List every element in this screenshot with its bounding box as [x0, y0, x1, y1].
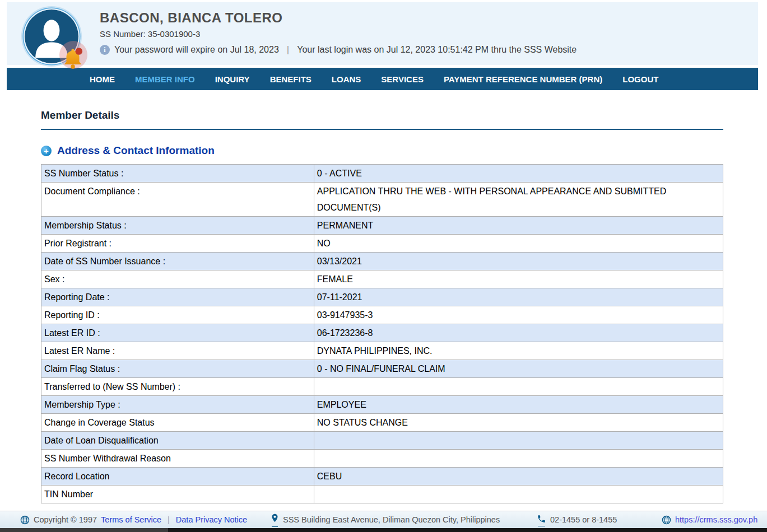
info-icon: i [100, 45, 110, 55]
phone-text: 02-1455 or 8-1455 [550, 515, 617, 524]
avatar [22, 7, 81, 66]
row-label: Latest ER ID : [41, 324, 314, 342]
last-login-notice: Your last login was on Jul 12, 2023 10:5… [297, 45, 577, 55]
password-expiry-notice: Your password will expire on Jul 18, 202… [114, 45, 279, 55]
row-label: Date of SS Number Issuance : [41, 253, 314, 270]
member-identity: BASCON, BIANCA TOLERO SS Number: 35-0301… [100, 7, 577, 55]
table-row: SS Number Withdrawal Reason [41, 450, 723, 468]
main-content: Member Details + Address & Contact Infor… [7, 90, 758, 510]
table-row: Change in Coverage StatusNO STATUS CHANG… [41, 414, 723, 432]
row-label: Document Compliance : [41, 183, 314, 217]
table-row: Reporting Date :07-11-2021 [41, 288, 723, 306]
row-label: Membership Status : [41, 217, 314, 235]
session-notices: i Your password will expire on Jul 18, 2… [100, 44, 577, 55]
row-value: NO [314, 235, 723, 253]
row-value: APPLICATION THRU THE WEB - WITH PERSONAL… [314, 183, 723, 217]
member-header: BASCON, BIANCA TOLERO SS Number: 35-0301… [7, 2, 758, 65]
row-label: Claim Flag Status : [41, 360, 314, 378]
row-value [314, 432, 723, 450]
nav-item-loans[interactable]: LOANS [332, 74, 361, 84]
member-ss-number: SS Number: 35-0301900-3 [100, 29, 577, 39]
row-value: 0 - ACTIVE [314, 165, 723, 183]
row-label: Sex : [41, 270, 314, 288]
globe-icon [20, 515, 30, 525]
nav-item-member-info[interactable]: MEMBER INFO [135, 74, 195, 84]
horizontal-scrollbar [0, 528, 767, 532]
table-row: Record LocationCEBU [41, 468, 723, 486]
row-value: 07-11-2021 [314, 288, 723, 306]
page-title: Member Details [41, 109, 723, 122]
footer-address: SSS Building East Avenue, Diliman Quezon… [271, 511, 500, 528]
row-value: CEBU [314, 468, 723, 486]
notice-separator: | [283, 44, 292, 55]
row-label: Membership Type : [41, 396, 314, 414]
horizontal-scrollbar-thumb[interactable] [0, 528, 168, 532]
table-row: Transferred to (New SS Number) : [41, 378, 723, 396]
row-label: Prior Registrant : [41, 235, 314, 253]
terms-of-service-link[interactable]: Terms of Service [101, 515, 161, 524]
row-value [314, 378, 723, 396]
row-label: SS Number Withdrawal Reason [41, 450, 314, 468]
table-row: Reporting ID :03-9147935-3 [41, 306, 723, 324]
table-row: Membership Type :EMPLOYEE [41, 396, 723, 414]
notification-bell-icon[interactable] [60, 45, 86, 71]
footer-legal: Copyright © 1997 Terms of Service | Data… [20, 511, 247, 528]
member-details-table: SS Number Status :0 - ACTIVEDocument Com… [41, 164, 723, 503]
table-row: Date of SS Number Issuance :03/13/2021 [41, 253, 723, 270]
nav-item-benefits[interactable]: BENEFITS [270, 74, 312, 84]
site-url-link[interactable]: https://crms.sss.gov.ph [675, 515, 757, 524]
data-privacy-link[interactable]: Data Privacy Notice [176, 515, 247, 524]
nav-item-home[interactable]: HOME [90, 74, 115, 84]
row-value: 03/13/2021 [314, 253, 723, 270]
row-value: NO STATUS CHANGE [314, 414, 723, 432]
page-container: BASCON, BIANCA TOLERO SS Number: 35-0301… [7, 2, 758, 510]
row-label: Transferred to (New SS Number) : [41, 378, 314, 396]
address-text: SSS Building East Avenue, Diliman Quezon… [283, 515, 500, 524]
row-value: FEMALE [314, 270, 723, 288]
table-row: TIN Number [41, 486, 723, 503]
row-value [314, 486, 723, 503]
nav-item-payment-reference-number-prn[interactable]: PAYMENT REFERENCE NUMBER (PRN) [444, 74, 602, 84]
copyright-text: Copyright © 1997 [34, 515, 97, 524]
table-row: Latest ER ID :06-1723236-8 [41, 324, 723, 342]
table-row: Document Compliance :APPLICATION THRU TH… [41, 183, 723, 217]
expand-plus-icon[interactable]: + [41, 146, 52, 156]
row-label: Date of Loan Disqualification [41, 432, 314, 450]
row-label: Latest ER Name : [41, 342, 314, 360]
row-label: Record Location [41, 468, 314, 486]
footer-site: https://crms.sss.gov.ph [662, 511, 757, 528]
location-pin-icon [271, 514, 279, 526]
section-header: + Address & Contact Information [41, 144, 723, 157]
row-label: Change in Coverage Status [41, 414, 314, 432]
row-label: Reporting ID : [41, 306, 314, 324]
footer-separator: | [165, 515, 172, 524]
nav-item-logout[interactable]: LOGOUT [622, 74, 658, 84]
phone-icon [537, 514, 546, 525]
member-name: BASCON, BIANCA TOLERO [100, 10, 577, 26]
footer: Copyright © 1997 Terms of Service | Data… [0, 511, 767, 528]
row-value: EMPLOYEE [314, 396, 723, 414]
table-row: Membership Status :PERMANENT [41, 217, 723, 235]
row-label: TIN Number [41, 486, 314, 503]
section-title[interactable]: Address & Contact Information [57, 144, 215, 157]
row-label: SS Number Status : [41, 165, 314, 183]
row-value: 03-9147935-3 [314, 306, 723, 324]
globe-icon [662, 515, 671, 525]
table-row: Latest ER Name :DYNATA PHILIPPINES, INC. [41, 342, 723, 360]
row-value: 0 - NO FINAL/FUNERAL CLAIM [314, 360, 723, 378]
footer-phone: 02-1455 or 8-1455 [537, 511, 617, 528]
table-row: Date of Loan Disqualification [41, 432, 723, 450]
nav-item-services[interactable]: SERVICES [381, 74, 424, 84]
row-value [314, 450, 723, 468]
nav-item-inquiry[interactable]: INQUIRY [215, 74, 250, 84]
table-row: Sex :FEMALE [41, 270, 723, 288]
table-row: Prior Registrant :NO [41, 235, 723, 253]
row-value: PERMANENT [314, 217, 723, 235]
row-value: 06-1723236-8 [314, 324, 723, 342]
table-row: SS Number Status :0 - ACTIVE [41, 165, 723, 183]
main-nav: HOMEMEMBER INFOINQUIRYBENEFITSLOANSSERVI… [7, 68, 758, 90]
row-label: Reporting Date : [41, 288, 314, 306]
title-divider [41, 129, 723, 130]
row-value: DYNATA PHILIPPINES, INC. [314, 342, 723, 360]
table-row: Claim Flag Status :0 - NO FINAL/FUNERAL … [41, 360, 723, 378]
